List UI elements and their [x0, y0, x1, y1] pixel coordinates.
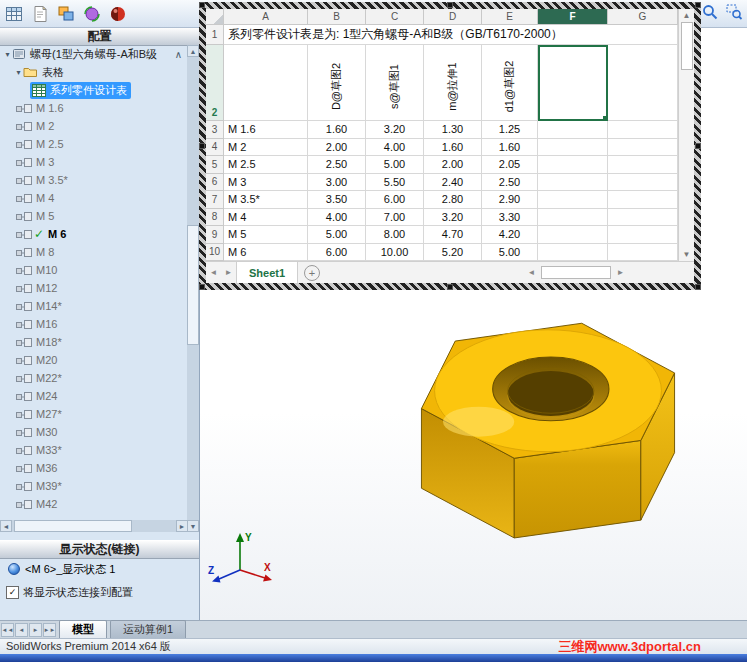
excel-value-cell[interactable]: 3.30	[482, 209, 538, 227]
excel-value-cell[interactable]: 5.00	[482, 244, 538, 262]
windows-taskbar-edge[interactable]	[0, 654, 747, 662]
excel-value-cell[interactable]: 4.70	[424, 226, 482, 244]
excel-value-cell[interactable]: 7.00	[366, 209, 424, 227]
ole-handle[interactable]	[447, 284, 453, 290]
config-item[interactable]: M30	[0, 423, 188, 441]
excel-cell[interactable]	[538, 226, 608, 244]
display-state-item[interactable]: <M 6>_显示状态 1	[0, 560, 115, 578]
excel-col-header-A[interactable]: A	[224, 9, 308, 25]
excel-value-cell[interactable]: 2.40	[424, 174, 482, 192]
config-item[interactable]: M33*	[0, 441, 188, 459]
excel-value-cell[interactable]: 3.20	[424, 209, 482, 227]
excel-value-cell[interactable]: 5.50	[366, 174, 424, 192]
config-item[interactable]: M22*	[0, 369, 188, 387]
excel-config-cell[interactable]: M 4	[224, 209, 308, 227]
scroll-down-icon[interactable]: ▼	[683, 248, 691, 261]
excel-value-cell[interactable]: 1.60	[308, 121, 366, 139]
config-item[interactable]: M12	[0, 279, 188, 297]
tables-folder-item[interactable]: ▾ 表格	[0, 63, 188, 81]
excel-cell[interactable]	[538, 156, 608, 174]
scroll-up-icon[interactable]: ▲	[187, 45, 199, 57]
excel-value-cell[interactable]: 4.00	[308, 209, 366, 227]
excel-title-cell[interactable]: 系列零件设计表是为: 1型六角螺母-A和B级（GB/T6170-2000）	[224, 25, 678, 45]
scrollbar-thumb[interactable]	[187, 225, 199, 345]
scrollbar-thumb[interactable]	[14, 520, 132, 532]
ole-handle[interactable]	[199, 284, 205, 290]
config-item[interactable]: M18*	[0, 333, 188, 351]
config-item[interactable]: M16	[0, 315, 188, 333]
config-item[interactable]: M 2.5	[0, 135, 188, 153]
excel-value-cell[interactable]: 10.00	[366, 244, 424, 262]
tree-horizontal-scrollbar[interactable]: ◄ ►	[0, 520, 188, 532]
excel-param-header[interactable]: m@拉伸1	[424, 45, 482, 121]
hex-nut-model[interactable]	[398, 292, 698, 542]
excel-value-cell[interactable]: 3.00	[308, 174, 366, 192]
excel-cell[interactable]	[608, 191, 678, 209]
excel-col-header-F[interactable]: F	[538, 9, 608, 25]
config-item[interactable]: M27*	[0, 405, 188, 423]
excel-config-cell[interactable]: M 1.6	[224, 121, 308, 139]
excel-value-cell[interactable]: 3.50	[308, 191, 366, 209]
excel-cell[interactable]	[608, 156, 678, 174]
config-item[interactable]: M 5	[0, 207, 188, 225]
excel-value-cell[interactable]: 2.00	[308, 139, 366, 157]
excel-col-header-D[interactable]: D	[424, 9, 482, 25]
motion-icon[interactable]	[80, 2, 104, 26]
config-item[interactable]: M 2	[0, 117, 188, 135]
excel-row-header-10[interactable]: 10	[206, 244, 224, 262]
sheet-prev-icon[interactable]: ◄	[206, 262, 221, 283]
excel-row-header-5[interactable]: 5	[206, 156, 224, 174]
scroll-left-icon[interactable]: ◄	[524, 268, 539, 277]
excel-cell[interactable]	[538, 209, 608, 227]
config-item[interactable]: M 1.6	[0, 99, 188, 117]
scroll-down-icon[interactable]: ▼	[187, 520, 199, 532]
excel-row-header-7[interactable]: 7	[206, 191, 224, 209]
excel-row-header-2[interactable]: 2	[206, 45, 224, 121]
excel-row-header-3[interactable]: 3	[206, 121, 224, 139]
excel-config-cell[interactable]: M 2.5	[224, 156, 308, 174]
excel-value-cell[interactable]: 1.60	[424, 139, 482, 157]
ole-handle[interactable]	[447, 2, 453, 8]
excel-value-cell[interactable]: 5.00	[366, 156, 424, 174]
excel-cell[interactable]	[538, 174, 608, 192]
excel-cell-G2[interactable]	[608, 45, 678, 121]
excel-param-header[interactable]: D@草图2	[308, 45, 366, 121]
excel-value-cell[interactable]: 2.90	[482, 191, 538, 209]
ole-handle[interactable]	[199, 143, 205, 149]
excel-value-cell[interactable]: 3.20	[366, 121, 424, 139]
excel-cell[interactable]	[608, 139, 678, 157]
config-item[interactable]: M 8	[0, 243, 188, 261]
excel-value-cell[interactable]: 2.05	[482, 156, 538, 174]
excel-cell[interactable]	[608, 244, 678, 262]
excel-horizontal-scrollbar[interactable]: ◄ ►	[524, 262, 694, 283]
excel-value-cell[interactable]: 2.50	[482, 174, 538, 192]
excel-cell[interactable]	[538, 191, 608, 209]
excel-value-cell[interactable]: 5.00	[308, 226, 366, 244]
excel-param-header[interactable]: d1@草图2	[482, 45, 538, 121]
excel-value-cell[interactable]: 5.20	[424, 244, 482, 262]
config-item[interactable]: M42	[0, 495, 188, 513]
scroll-up-icon[interactable]: ▲	[683, 9, 691, 22]
tab-next-icon[interactable]: ►	[29, 623, 42, 637]
excel-col-header-C[interactable]: C	[366, 9, 424, 25]
config-item[interactable]: M10	[0, 261, 188, 279]
expander-icon[interactable]: ▾	[14, 68, 23, 77]
sheet-next-icon[interactable]: ►	[221, 262, 236, 283]
excel-col-header-G[interactable]: G	[608, 9, 678, 25]
excel-value-cell[interactable]: 6.00	[366, 191, 424, 209]
tab-first-icon[interactable]: ◄◄	[1, 623, 14, 637]
ole-handle[interactable]	[199, 2, 205, 8]
config-item[interactable]: M24	[0, 387, 188, 405]
excel-cell[interactable]	[608, 121, 678, 139]
excel-col-header-B[interactable]: B	[308, 9, 366, 25]
scroll-right-icon[interactable]: ►	[613, 268, 628, 277]
tree-vertical-scrollbar[interactable]: ▲ ▼	[187, 45, 199, 532]
excel-row-header-9[interactable]: 9	[206, 226, 224, 244]
excel-param-header[interactable]: s@草图1	[366, 45, 424, 121]
config-item[interactable]: M36	[0, 459, 188, 477]
excel-row-header-8[interactable]: 8	[206, 209, 224, 227]
excel-vertical-scrollbar[interactable]: ▲ ▼	[678, 9, 694, 261]
excel-cell-A2[interactable]	[224, 45, 308, 121]
ole-handle[interactable]	[695, 284, 701, 290]
sheet-tab[interactable]: Sheet1	[236, 262, 298, 283]
